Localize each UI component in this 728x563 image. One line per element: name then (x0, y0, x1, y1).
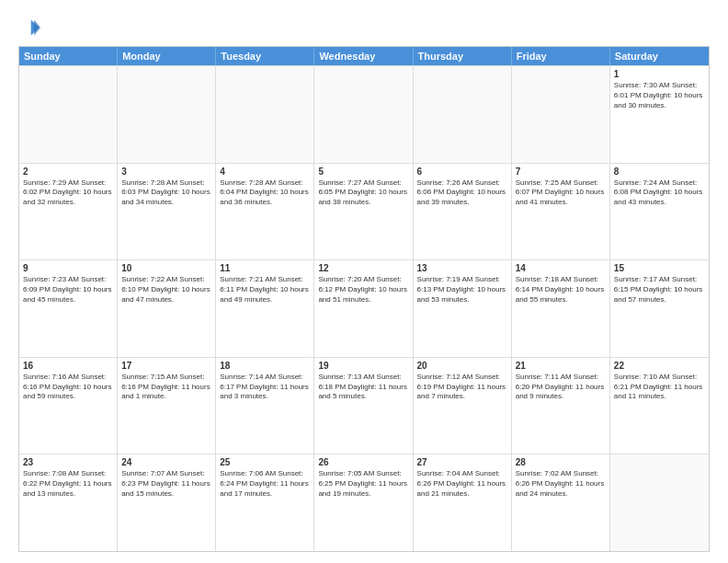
cal-cell-1-7: 1Sunrise: 7:30 AM Sunset: 6:01 PM Daylig… (610, 66, 709, 163)
cal-cell-5-5: 27Sunrise: 7:04 AM Sunset: 6:26 PM Dayli… (414, 454, 512, 551)
day-number: 15 (614, 263, 705, 273)
cell-text: Sunrise: 7:29 AM Sunset: 6:02 PM Dayligh… (23, 178, 113, 208)
day-number: 28 (516, 457, 606, 467)
cell-text: Sunrise: 7:05 AM Sunset: 6:25 PM Dayligh… (318, 469, 408, 499)
calendar: SundayMondayTuesdayWednesdayThursdayFrid… (18, 46, 710, 552)
cal-cell-3-6: 14Sunrise: 7:18 AM Sunset: 6:14 PM Dayli… (512, 260, 610, 357)
cal-cell-3-3: 11Sunrise: 7:21 AM Sunset: 6:11 PM Dayli… (216, 260, 314, 357)
cal-cell-3-1: 9Sunrise: 7:23 AM Sunset: 6:09 PM Daylig… (19, 260, 118, 357)
cell-text: Sunrise: 7:30 AM Sunset: 6:01 PM Dayligh… (614, 81, 705, 110)
calendar-body: 1Sunrise: 7:30 AM Sunset: 6:01 PM Daylig… (19, 65, 709, 551)
day-number: 13 (417, 263, 507, 273)
cell-text: Sunrise: 7:16 AM Sunset: 6:16 PM Dayligh… (23, 373, 113, 402)
calendar-header: SundayMondayTuesdayWednesdayThursdayFrid… (19, 47, 709, 65)
day-number: 3 (121, 167, 211, 177)
day-number: 14 (516, 263, 606, 273)
cal-header-sunday: Sunday (19, 47, 118, 65)
cell-text: Sunrise: 7:07 AM Sunset: 6:23 PM Dayligh… (121, 469, 211, 499)
cal-cell-1-1 (19, 66, 118, 163)
logo-icon (18, 17, 40, 39)
day-number: 25 (220, 457, 310, 467)
cal-cell-3-5: 13Sunrise: 7:19 AM Sunset: 6:13 PM Dayli… (414, 260, 512, 357)
cell-text: Sunrise: 7:24 AM Sunset: 6:08 PM Dayligh… (614, 178, 705, 208)
cell-text: Sunrise: 7:21 AM Sunset: 6:11 PM Dayligh… (220, 275, 310, 304)
cell-text: Sunrise: 7:08 AM Sunset: 6:22 PM Dayligh… (23, 469, 113, 499)
cal-cell-5-1: 23Sunrise: 7:08 AM Sunset: 6:22 PM Dayli… (19, 454, 118, 551)
cal-header-friday: Friday (512, 47, 610, 65)
cal-cell-2-4: 5Sunrise: 7:27 AM Sunset: 6:05 PM Daylig… (314, 164, 413, 260)
cal-week-2: 2Sunrise: 7:29 AM Sunset: 6:02 PM Daylig… (19, 163, 709, 260)
cal-cell-4-5: 20Sunrise: 7:12 AM Sunset: 6:19 PM Dayli… (414, 358, 512, 454)
cal-cell-5-3: 25Sunrise: 7:06 AM Sunset: 6:24 PM Dayli… (216, 454, 314, 551)
cal-cell-4-3: 18Sunrise: 7:14 AM Sunset: 6:17 PM Dayli… (216, 358, 314, 454)
day-number: 22 (614, 361, 705, 371)
cell-text: Sunrise: 7:23 AM Sunset: 6:09 PM Dayligh… (23, 275, 113, 304)
day-number: 2 (23, 167, 113, 177)
cal-cell-2-2: 3Sunrise: 7:28 AM Sunset: 6:03 PM Daylig… (118, 164, 216, 260)
cell-text: Sunrise: 7:28 AM Sunset: 6:04 PM Dayligh… (220, 178, 310, 208)
cal-cell-3-2: 10Sunrise: 7:22 AM Sunset: 6:10 PM Dayli… (118, 260, 216, 357)
day-number: 11 (220, 263, 310, 273)
cell-text: Sunrise: 7:11 AM Sunset: 6:20 PM Dayligh… (516, 373, 606, 402)
cell-text: Sunrise: 7:22 AM Sunset: 6:10 PM Dayligh… (121, 275, 211, 304)
cell-text: Sunrise: 7:26 AM Sunset: 6:06 PM Dayligh… (417, 178, 507, 208)
day-number: 19 (318, 361, 408, 371)
cal-cell-1-2 (118, 66, 216, 163)
cal-cell-2-5: 6Sunrise: 7:26 AM Sunset: 6:06 PM Daylig… (414, 164, 512, 260)
cal-header-tuesday: Tuesday (216, 47, 314, 65)
cal-cell-1-4 (314, 66, 413, 163)
day-number: 23 (23, 457, 113, 467)
day-number: 10 (121, 263, 211, 273)
day-number: 27 (417, 457, 507, 467)
cell-text: Sunrise: 7:13 AM Sunset: 6:18 PM Dayligh… (318, 373, 408, 402)
cal-cell-5-2: 24Sunrise: 7:07 AM Sunset: 6:23 PM Dayli… (118, 454, 216, 551)
cell-text: Sunrise: 7:02 AM Sunset: 6:26 PM Dayligh… (516, 469, 606, 499)
cal-cell-4-7: 22Sunrise: 7:10 AM Sunset: 6:21 PM Dayli… (610, 358, 709, 454)
cell-text: Sunrise: 7:04 AM Sunset: 6:26 PM Dayligh… (417, 469, 507, 499)
cal-cell-5-7 (610, 454, 709, 551)
cal-cell-2-3: 4Sunrise: 7:28 AM Sunset: 6:04 PM Daylig… (216, 164, 314, 260)
day-number: 6 (417, 167, 507, 177)
cal-cell-5-4: 26Sunrise: 7:05 AM Sunset: 6:25 PM Dayli… (314, 454, 413, 551)
cal-cell-4-2: 17Sunrise: 7:15 AM Sunset: 6:16 PM Dayli… (118, 358, 216, 454)
cal-cell-1-6 (512, 66, 610, 163)
svg-marker-1 (34, 19, 40, 35)
day-number: 17 (121, 361, 211, 371)
day-number: 8 (614, 167, 705, 177)
day-number: 7 (516, 167, 606, 177)
cal-cell-1-3 (216, 66, 314, 163)
cal-week-1: 1Sunrise: 7:30 AM Sunset: 6:01 PM Daylig… (19, 65, 709, 163)
cal-week-5: 23Sunrise: 7:08 AM Sunset: 6:22 PM Dayli… (19, 454, 709, 551)
cal-cell-3-7: 15Sunrise: 7:17 AM Sunset: 6:15 PM Dayli… (610, 260, 709, 357)
cal-header-thursday: Thursday (414, 47, 512, 65)
cal-week-4: 16Sunrise: 7:16 AM Sunset: 6:16 PM Dayli… (19, 357, 709, 454)
day-number: 12 (318, 263, 408, 273)
day-number: 4 (220, 167, 310, 177)
cal-header-saturday: Saturday (610, 47, 709, 65)
cal-cell-1-5 (414, 66, 512, 163)
cell-text: Sunrise: 7:12 AM Sunset: 6:19 PM Dayligh… (417, 373, 507, 402)
day-number: 9 (23, 263, 113, 273)
cell-text: Sunrise: 7:17 AM Sunset: 6:15 PM Dayligh… (614, 275, 705, 304)
cell-text: Sunrise: 7:10 AM Sunset: 6:21 PM Dayligh… (614, 373, 705, 402)
cal-header-monday: Monday (118, 47, 216, 65)
cal-week-3: 9Sunrise: 7:23 AM Sunset: 6:09 PM Daylig… (19, 259, 709, 357)
cell-text: Sunrise: 7:18 AM Sunset: 6:14 PM Dayligh… (516, 275, 606, 304)
cell-text: Sunrise: 7:14 AM Sunset: 6:17 PM Dayligh… (220, 373, 310, 402)
cell-text: Sunrise: 7:25 AM Sunset: 6:07 PM Dayligh… (516, 178, 606, 208)
cell-text: Sunrise: 7:19 AM Sunset: 6:13 PM Dayligh… (417, 275, 507, 304)
cal-cell-4-6: 21Sunrise: 7:11 AM Sunset: 6:20 PM Dayli… (512, 358, 610, 454)
day-number: 18 (220, 361, 310, 371)
cal-cell-4-1: 16Sunrise: 7:16 AM Sunset: 6:16 PM Dayli… (19, 358, 118, 454)
cal-cell-5-6: 28Sunrise: 7:02 AM Sunset: 6:26 PM Dayli… (512, 454, 610, 551)
cell-text: Sunrise: 7:27 AM Sunset: 6:05 PM Dayligh… (318, 178, 408, 208)
cell-text: Sunrise: 7:15 AM Sunset: 6:16 PM Dayligh… (121, 373, 211, 402)
cell-text: Sunrise: 7:28 AM Sunset: 6:03 PM Dayligh… (121, 178, 211, 208)
cal-cell-2-7: 8Sunrise: 7:24 AM Sunset: 6:08 PM Daylig… (610, 164, 709, 260)
cal-cell-2-1: 2Sunrise: 7:29 AM Sunset: 6:02 PM Daylig… (19, 164, 118, 260)
logo (18, 17, 44, 39)
cal-cell-3-4: 12Sunrise: 7:20 AM Sunset: 6:12 PM Dayli… (314, 260, 413, 357)
day-number: 24 (121, 457, 211, 467)
day-number: 21 (516, 361, 606, 371)
page-header (18, 17, 710, 39)
